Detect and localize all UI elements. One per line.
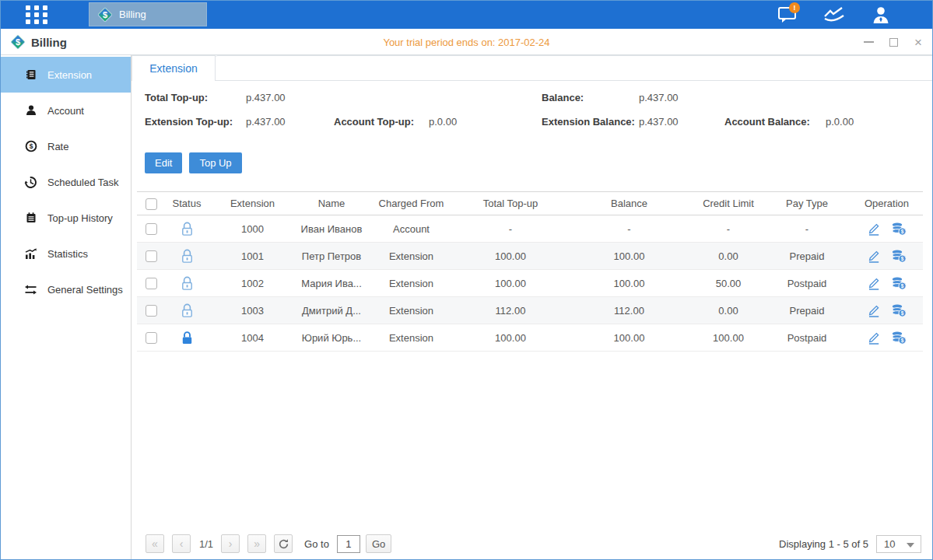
col-balance: Balance bbox=[565, 198, 693, 209]
topup-row-icon[interactable]: $ bbox=[891, 303, 907, 317]
edit-row-icon[interactable] bbox=[867, 303, 881, 317]
refresh-button[interactable] bbox=[274, 534, 293, 553]
chevron-down-icon bbox=[907, 543, 914, 548]
row-checkbox-cell bbox=[137, 331, 165, 344]
statistics-chart-icon[interactable] bbox=[822, 5, 847, 25]
row-checkbox-cell bbox=[137, 277, 165, 289]
billing-window-icon: $ bbox=[10, 34, 26, 50]
name-cell: Мария Ива... bbox=[296, 278, 367, 289]
maximize-button[interactable] bbox=[887, 36, 900, 48]
col-status: Status bbox=[165, 198, 209, 209]
col-extension: Extension bbox=[209, 198, 296, 209]
app-tab-label: Billing bbox=[119, 9, 146, 20]
charged-from-cell: Extension bbox=[367, 278, 456, 289]
app-launcher-icon[interactable] bbox=[26, 5, 49, 25]
extension-cell: 1004 bbox=[209, 332, 296, 344]
credit-limit-cell: 0.00 bbox=[693, 305, 763, 317]
svg-text:$: $ bbox=[901, 256, 904, 262]
top-up-button[interactable]: Top Up bbox=[189, 152, 241, 173]
account-balance-value: p.0.00 bbox=[826, 114, 854, 130]
sidebar-item-scheduled-task[interactable]: Scheduled Task bbox=[1, 164, 131, 200]
prev-page-button[interactable]: ‹ bbox=[172, 534, 191, 553]
total-topup-cell: 100.00 bbox=[456, 332, 565, 344]
next-page-button[interactable]: › bbox=[221, 534, 240, 553]
credit-limit-cell: 100.00 bbox=[693, 332, 763, 344]
close-button[interactable]: × bbox=[912, 36, 924, 48]
row-checkbox[interactable] bbox=[146, 278, 157, 289]
sidebar-item-rate[interactable]: $ Rate bbox=[1, 128, 131, 164]
billing-app-icon: $ bbox=[97, 7, 113, 23]
sidebar-item-label: General Settings bbox=[47, 284, 123, 296]
table-header: Status Extension Name Charged From Total… bbox=[137, 191, 923, 215]
page-indicator: 1/1 bbox=[199, 538, 213, 550]
account-balance-label: Account Balance: bbox=[724, 114, 810, 130]
trial-message: Your trial period ends on: 2017-02-24 bbox=[383, 29, 549, 55]
credit-limit-cell: - bbox=[693, 223, 763, 235]
balance-label: Balance: bbox=[542, 90, 584, 106]
topup-row-icon[interactable]: $ bbox=[891, 331, 907, 345]
notification-badge: ! bbox=[789, 2, 800, 13]
svg-text:$: $ bbox=[29, 142, 33, 150]
minimize-button[interactable] bbox=[862, 36, 875, 48]
sidebar-item-extension[interactable]: Extension bbox=[1, 57, 131, 93]
action-buttons: Edit Top Up bbox=[145, 152, 932, 173]
tab-extension[interactable]: Extension bbox=[132, 55, 216, 81]
operation-cell: $ bbox=[851, 249, 923, 263]
edit-row-icon[interactable] bbox=[867, 222, 881, 236]
sidebar-item-statistics[interactable]: Statistics bbox=[1, 236, 131, 271]
edit-row-icon[interactable] bbox=[867, 276, 881, 290]
total-topup-cell: 100.00 bbox=[456, 250, 565, 262]
charged-from-cell: Extension bbox=[367, 305, 456, 317]
sidebar-item-label: Extension bbox=[47, 69, 92, 81]
sidebar-item-topup-history[interactable]: Top-up History bbox=[1, 200, 131, 236]
user-account-icon[interactable] bbox=[868, 5, 893, 25]
extension-topup-value: p.437.00 bbox=[246, 114, 286, 130]
page-size-select[interactable]: 10 bbox=[876, 535, 921, 553]
sidebar: Extension Account $ Rate bbox=[1, 55, 132, 559]
messages-icon[interactable]: ! bbox=[775, 5, 800, 25]
sidebar-item-general-settings[interactable]: General Settings bbox=[1, 271, 131, 307]
statistics-icon bbox=[24, 247, 37, 261]
sidebar-item-label: Top-up History bbox=[47, 212, 113, 224]
goto-page-input[interactable] bbox=[337, 535, 360, 553]
name-cell: Петр Петров bbox=[296, 250, 367, 262]
topup-row-icon[interactable]: $ bbox=[891, 276, 907, 290]
topup-row-icon[interactable]: $ bbox=[891, 249, 907, 263]
tab-bar: Extension bbox=[132, 55, 932, 81]
extension-cell: 1001 bbox=[209, 250, 296, 262]
row-checkbox[interactable] bbox=[146, 250, 157, 262]
edit-row-icon[interactable] bbox=[867, 249, 881, 263]
table-row: 1004 Юрий Юрь... Extension 100.00 100.00… bbox=[137, 324, 923, 352]
window-controls: × bbox=[862, 29, 924, 55]
extension-balance-label: Extension Balance: bbox=[542, 114, 635, 130]
first-page-button[interactable]: « bbox=[146, 534, 164, 553]
row-checkbox[interactable] bbox=[146, 223, 157, 235]
table-row: 1001 Петр Петров Extension 100.00 100.00… bbox=[137, 243, 923, 270]
select-all-checkbox[interactable] bbox=[146, 198, 157, 210]
sidebar-item-label: Statistics bbox=[47, 248, 88, 260]
col-charged-from: Charged From bbox=[367, 198, 456, 209]
col-name: Name bbox=[296, 198, 367, 209]
extension-cell: 1003 bbox=[209, 305, 296, 317]
col-total-topup: Total Top-up bbox=[456, 198, 565, 209]
edit-row-icon[interactable] bbox=[867, 331, 881, 345]
row-checkbox[interactable] bbox=[146, 332, 157, 344]
go-button[interactable]: Go bbox=[366, 534, 391, 553]
pay-type-cell: - bbox=[763, 223, 851, 235]
sidebar-item-account[interactable]: Account bbox=[1, 93, 131, 128]
row-checkbox-cell bbox=[137, 304, 165, 317]
status-cell bbox=[165, 331, 209, 345]
topup-history-icon bbox=[24, 212, 37, 225]
svg-text:$: $ bbox=[901, 310, 904, 317]
billing-app-tab[interactable]: $ Billing bbox=[89, 2, 207, 26]
extension-balance-value: p.437.00 bbox=[639, 114, 679, 130]
pay-type-cell: Postpaid bbox=[763, 278, 851, 289]
extension-cell: 1002 bbox=[209, 278, 296, 289]
total-topup-label: Total Top-up: bbox=[145, 90, 208, 106]
col-pay-type: Pay Type bbox=[763, 198, 851, 209]
edit-button[interactable]: Edit bbox=[145, 152, 182, 173]
operation-cell: $ bbox=[851, 331, 923, 345]
last-page-button[interactable]: » bbox=[247, 534, 266, 553]
row-checkbox[interactable] bbox=[146, 305, 157, 317]
topup-row-icon[interactable]: $ bbox=[891, 222, 907, 236]
